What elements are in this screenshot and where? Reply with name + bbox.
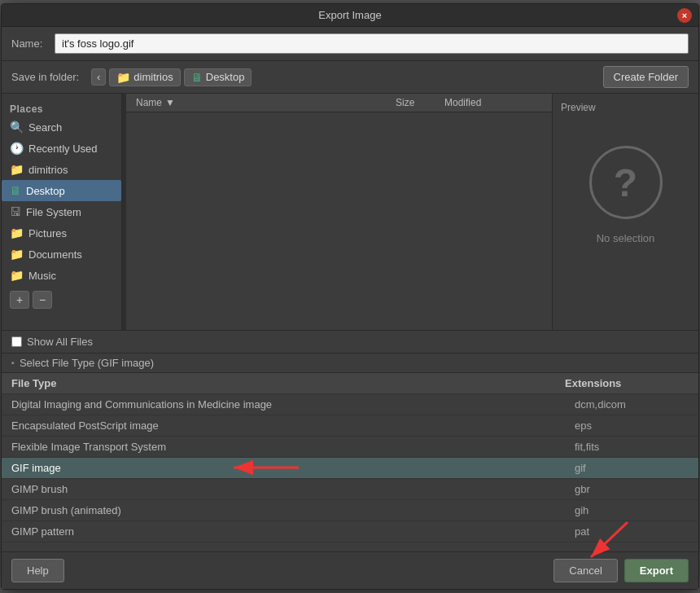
ft-row-gih[interactable]: GIMP brush (animated) gih — [2, 500, 698, 521]
name-row: Name: — [2, 27, 698, 61]
documents-icon: 📁 — [10, 248, 24, 261]
recently-used-icon: 🕐 — [10, 142, 24, 155]
folder-row: Save in folder: ‹ 📁 dimitrios 🖥 Desktop … — [2, 61, 698, 94]
file-list-area: Name ▼ Size Modified — [126, 94, 552, 330]
sidebar-item-recently-used[interactable]: 🕐 Recently Used — [2, 138, 121, 159]
file-type-table-header: File Type Extensions — [2, 373, 698, 394]
sidebar-item-desktop[interactable]: 🖥 Desktop — [2, 180, 121, 201]
breadcrumb-desktop[interactable]: 🖥 Desktop — [184, 68, 252, 86]
ft-row-gbr[interactable]: GIMP brush gbr — [2, 479, 698, 500]
music-icon: 📁 — [10, 269, 24, 282]
breadcrumb-dimitrios[interactable]: 📁 dimitrios — [109, 68, 180, 86]
ft-row-eps[interactable]: Encapsulated PostScript image eps — [2, 415, 698, 437]
search-icon: 🔍 — [10, 121, 24, 134]
main-area: Places 🔍 Search 🕐 Recently Used 📁 dimitr… — [2, 94, 698, 331]
select-file-type-row[interactable]: ▪ Select File Type (GIF image) — [2, 354, 698, 373]
header-extensions: Extensions — [565, 377, 679, 389]
sidebar-item-documents[interactable]: 📁 Documents — [2, 244, 121, 265]
sidebar-pictures-label: Pictures — [28, 227, 67, 239]
sidebar-item-file-system[interactable]: 🖫 File System — [2, 201, 121, 222]
file-list-header: Name ▼ Size Modified — [126, 94, 552, 112]
preview-panel: Preview ? No selection — [552, 94, 698, 330]
desktop-icon: 🖥 — [10, 184, 21, 197]
sidebar: Places 🔍 Search 🕐 Recently Used 📁 dimitr… — [2, 94, 122, 330]
export-image-dialog: Export Image × Name: Save in folder: ‹ 📁… — [1, 3, 699, 590]
sidebar-item-music[interactable]: 📁 Music — [2, 265, 121, 286]
create-folder-button[interactable]: Create Folder — [603, 66, 689, 88]
ft-row-pat[interactable]: GIMP pattern pat — [2, 521, 698, 542]
file-type-table: Digital Imaging and Communications in Me… — [2, 394, 698, 552]
select-file-type-label: Select File Type (GIF image) — [20, 357, 154, 369]
breadcrumb-desktop-label: Desktop — [206, 71, 245, 83]
file-type-table-wrapper: File Type Extensions Digital Imaging and… — [2, 373, 698, 552]
sidebar-music-label: Music — [28, 270, 56, 282]
column-name[interactable]: Name ▼ — [136, 97, 396, 108]
column-modified[interactable]: Modified — [444, 97, 542, 108]
show-all-files-checkbox[interactable] — [11, 336, 22, 347]
breadcrumb-dimitrios-label: dimitrios — [133, 71, 173, 83]
ft-row-dicom[interactable]: Digital Imaging and Communications in Me… — [2, 394, 698, 415]
export-button[interactable]: Export — [624, 559, 689, 582]
sidebar-actions: + − — [2, 286, 121, 314]
sidebar-dimitrios-label: dimitrios — [28, 164, 68, 176]
dimitrios-folder-icon: 📁 — [10, 163, 24, 176]
show-all-files-checkbox-label[interactable]: Show All Files — [11, 336, 93, 348]
help-button[interactable]: Help — [11, 559, 64, 582]
add-bookmark-button[interactable]: + — [10, 291, 29, 309]
folder-icon-desktop: 🖥 — [191, 71, 203, 84]
close-button[interactable]: × — [677, 8, 692, 23]
collapse-icon: ▪ — [11, 358, 15, 367]
cancel-button[interactable]: Cancel — [553, 559, 617, 582]
no-selection-text: No selection — [597, 232, 655, 244]
preview-no-selection-icon: ? — [589, 146, 663, 219]
pictures-icon: 📁 — [10, 226, 24, 239]
sidebar-item-pictures[interactable]: 📁 Pictures — [2, 222, 121, 244]
options-row: Show All Files — [2, 331, 698, 354]
title-bar: Export Image × — [2, 4, 698, 27]
save-in-folder-label: Save in folder: — [11, 71, 85, 83]
remove-bookmark-button[interactable]: − — [33, 291, 52, 309]
ft-row-fits[interactable]: Flexible Image Transport System fit,fits — [2, 437, 698, 458]
bottom-bar: Help Cancel Export — [2, 551, 698, 589]
sidebar-item-search[interactable]: 🔍 Search — [2, 116, 121, 138]
filename-input[interactable] — [55, 33, 689, 54]
sidebar-recently-used-label: Recently Used — [28, 143, 98, 155]
show-all-files-label: Show All Files — [27, 336, 93, 348]
sidebar-search-label: Search — [28, 121, 62, 134]
export-area: Export — [624, 559, 689, 582]
preview-title: Preview — [561, 102, 596, 113]
ft-row-gif[interactable]: GIF image gif — [2, 458, 698, 479]
name-label: Name: — [11, 37, 48, 50]
bottom-right-actions: Cancel Export — [553, 559, 689, 582]
sidebar-heading: Places — [2, 100, 121, 116]
sidebar-desktop-label: Desktop — [26, 185, 65, 197]
sidebar-file-system-label: File System — [26, 206, 81, 218]
nav-back-button[interactable]: ‹ — [91, 68, 106, 86]
sort-icon: ▼ — [165, 97, 175, 108]
sidebar-item-dimitrios[interactable]: 📁 dimitrios — [2, 159, 121, 180]
breadcrumb-area: ‹ 📁 dimitrios 🖥 Desktop — [91, 68, 597, 86]
column-size[interactable]: Size — [396, 97, 444, 108]
folder-icon-dimitrios: 📁 — [116, 71, 130, 84]
dialog-title: Export Image — [318, 9, 381, 21]
sidebar-documents-label: Documents — [28, 248, 82, 261]
file-system-icon: 🖫 — [10, 205, 21, 218]
file-list-content — [126, 112, 552, 330]
header-file-type: File Type — [11, 377, 565, 389]
